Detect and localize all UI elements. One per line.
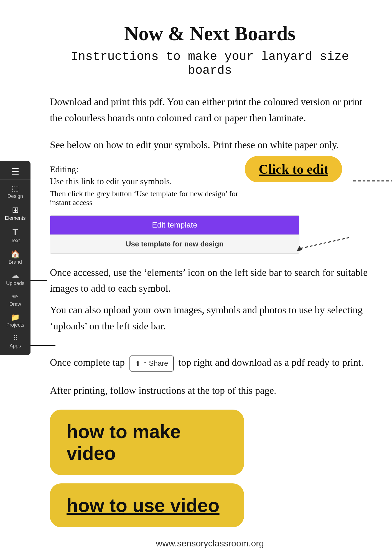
sidebar-item-draw[interactable]: ✏ Draw [0, 290, 30, 311]
sidebar-label-text: Text [11, 238, 20, 244]
draw-icon: ✏ [12, 293, 18, 300]
share-btn-label: ↑ Share [143, 358, 168, 369]
page-wrapper: ☰ ⬚ Design ⊞ Elements T Text 🏠 Brand ☁ U… [0, 0, 392, 555]
intro-block-2: See below on how to edit your symbols. P… [50, 137, 370, 153]
share-text-after: top right and download as a pdf ready to… [179, 357, 364, 368]
share-text-before: Once complete tap [50, 357, 125, 368]
share-section: Once complete tap ⬆ ↑ Share top right an… [50, 355, 370, 398]
editing-section: Editing: Use this link to edit your symb… [50, 164, 370, 254]
intro-block-1: Download and print this pdf. You can eit… [50, 94, 370, 126]
sidebar-menu-icon[interactable]: ☰ [0, 164, 30, 180]
text-icon: T [12, 228, 18, 237]
after-print-text: After printing, follow instructions at t… [50, 383, 370, 399]
share-upload-icon: ⬆ [135, 358, 141, 369]
template-block: Edit template Use template for new desig… [50, 215, 299, 254]
dotted-arrow-svg [353, 170, 392, 203]
how-to-use-video-btn[interactable]: how to use video [50, 483, 244, 527]
uploads-section: You can also upload your own images, sym… [50, 302, 370, 334]
uploads-icon: ☁ [11, 272, 19, 279]
editing-label: Editing: [50, 164, 244, 175]
design-icon: ⬚ [12, 185, 19, 192]
editing-sub1: Use this link to edit your symbols. [50, 176, 244, 186]
main-content: Now & Next Boards Instructions to make y… [33, 0, 392, 555]
svg-line-2 [299, 238, 349, 249]
video-btn1-text: how to make video [67, 421, 181, 464]
page-title: Now & Next Boards [50, 22, 370, 45]
brand-icon: 🏠 [11, 250, 20, 258]
footer-url: www.sensoryclassroom.org [50, 538, 370, 555]
uploads-text: You can also upload your own images, sym… [50, 302, 370, 334]
intro-text-1: Download and print this pdf. You can eit… [50, 94, 370, 126]
sidebar-label-uploads: Uploads [6, 281, 24, 286]
how-to-make-video-btn[interactable]: how to make video [50, 410, 244, 475]
click-to-edit-button[interactable]: Click to edit [245, 156, 342, 182]
sidebar: ☰ ⬚ Design ⊞ Elements T Text 🏠 Brand ☁ U… [0, 161, 30, 355]
page-subtitle: Instructions to make your lanyard size b… [50, 50, 370, 77]
intro-text-2: See below on how to edit your symbols. P… [50, 137, 370, 153]
uploads-arrow-section [17, 345, 370, 346]
sidebar-item-apps[interactable]: ⠿ Apps [0, 331, 30, 352]
video-btn2-text: how to use video [67, 495, 220, 516]
use-template-button[interactable]: Use template for new design [50, 234, 299, 253]
edit-template-button[interactable]: Edit template [50, 216, 299, 234]
sidebar-label-design: Design [7, 193, 23, 199]
share-instruction: Once complete tap ⬆ ↑ Share top right an… [50, 355, 370, 372]
sidebar-item-text[interactable]: T Text [0, 224, 30, 247]
sidebar-label-elements: Elements [5, 215, 26, 221]
sidebar-item-projects[interactable]: 📁 Projects [0, 311, 30, 331]
sidebar-label-draw: Draw [9, 301, 21, 307]
elements-icon: ⊞ [12, 206, 19, 214]
sidebar-item-elements[interactable]: ⊞ Elements [0, 203, 30, 224]
sidebar-label-projects: Projects [6, 322, 24, 328]
apps-icon: ⠿ [13, 335, 18, 342]
sidebar-item-brand[interactable]: 🏠 Brand [0, 247, 30, 268]
elements-text: Once accessed, use the ‘elements’ icon o… [50, 265, 370, 297]
sidebar-item-design[interactable]: ⬚ Design [0, 181, 30, 203]
sidebar-label-brand: Brand [9, 259, 22, 265]
template-arrow-svg [294, 232, 355, 254]
template-container: Edit template Use template for new desig… [50, 215, 299, 254]
projects-icon: 📁 [11, 314, 20, 321]
editing-text-block: Editing: Use this link to edit your symb… [50, 164, 244, 210]
elements-section: Once accessed, use the ‘elements’ icon o… [17, 265, 370, 297]
sidebar-label-apps: Apps [9, 343, 21, 349]
share-button-inline[interactable]: ⬆ ↑ Share [129, 355, 174, 372]
sidebar-item-uploads[interactable]: ☁ Uploads [0, 268, 30, 290]
editing-sub2: Then click the grey button ‘Use template… [50, 189, 244, 207]
